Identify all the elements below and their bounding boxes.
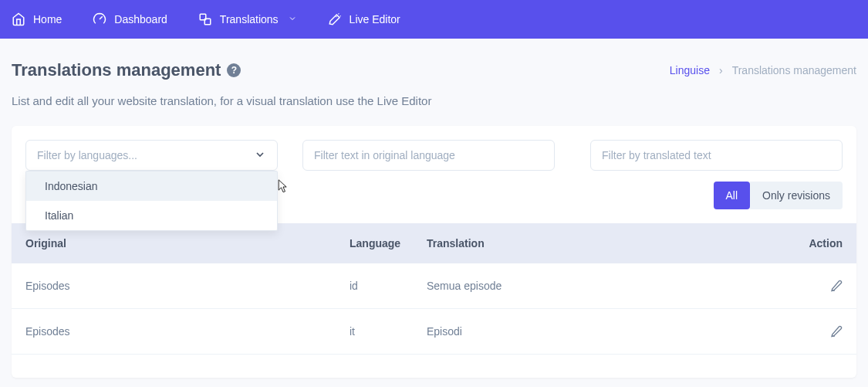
filter-translated-input[interactable]: Filter by translated text	[590, 140, 843, 171]
toggle-all-button[interactable]: All	[714, 182, 751, 209]
edit-icon[interactable]	[830, 280, 843, 292]
breadcrumb-separator-icon: ›	[719, 64, 723, 76]
nav-translations-label: Translations	[220, 13, 279, 25]
cell-original: Episodes	[25, 325, 350, 338]
breadcrumb-current: Translations management	[732, 64, 856, 76]
cell-action	[789, 280, 843, 292]
nav-dashboard-label: Dashboard	[114, 13, 167, 25]
nav-live-editor-label: Live Editor	[350, 13, 400, 25]
nav-translations[interactable]: Translations	[198, 12, 297, 26]
nav-home[interactable]: Home	[12, 12, 62, 26]
page-title-text: Translations management	[12, 60, 221, 80]
cell-language: it	[350, 325, 427, 338]
revision-toggle: All Only revisions	[714, 182, 843, 209]
top-navbar: Home Dashboard Translations Live Editor	[0, 0, 868, 39]
help-icon[interactable]: ?	[227, 63, 241, 77]
col-header-language: Language	[350, 237, 427, 250]
filters-row: Filter by languages... Filter text in or…	[12, 126, 856, 171]
filter-language-select[interactable]: Filter by languages...	[25, 140, 278, 171]
edit-icon[interactable]	[830, 325, 843, 338]
cell-translation: Episodi	[427, 325, 789, 338]
main-card: Filter by languages... Filter text in or…	[12, 126, 856, 378]
chevron-down-icon	[288, 13, 297, 25]
col-header-translation: Translation	[427, 237, 789, 250]
page-subtitle: List and edit all your website translati…	[0, 94, 868, 126]
home-icon	[12, 12, 25, 26]
breadcrumb: Linguise › Translations management	[670, 64, 856, 76]
page-title: Translations management ?	[12, 60, 241, 80]
filter-language-placeholder: Filter by languages...	[37, 149, 137, 161]
toggle-revisions-button[interactable]: Only revisions	[750, 182, 843, 209]
nav-live-editor[interactable]: Live Editor	[328, 12, 400, 26]
cell-action	[789, 325, 843, 338]
dropdown-item-italian[interactable]: Italian	[26, 201, 277, 230]
breadcrumb-link[interactable]: Linguise	[670, 64, 710, 76]
dropdown-item-indonesian[interactable]: Indonesian	[26, 171, 277, 201]
chevron-down-icon	[254, 148, 266, 163]
gauge-icon	[93, 12, 106, 26]
translate-icon	[198, 12, 212, 26]
nav-home-label: Home	[33, 13, 62, 25]
page-header: Translations management ? Linguise › Tra…	[0, 39, 868, 94]
language-dropdown: Indonesian Italian	[25, 171, 278, 231]
cell-translation: Semua episode	[427, 280, 789, 292]
nav-dashboard[interactable]: Dashboard	[93, 12, 167, 26]
filter-original-placeholder: Filter text in original language	[314, 149, 455, 161]
cell-original: Episodes	[25, 280, 350, 292]
filter-translated-placeholder: Filter by translated text	[602, 149, 711, 161]
filter-original-input[interactable]: Filter text in original language	[302, 140, 555, 171]
magic-wand-icon	[328, 12, 342, 26]
table-row: Episodes id Semua episode	[12, 263, 856, 309]
table-row: Episodes it Episodi	[12, 309, 856, 355]
col-header-original: Original	[25, 237, 350, 250]
cell-language: id	[350, 280, 427, 292]
col-header-action: Action	[789, 237, 843, 250]
